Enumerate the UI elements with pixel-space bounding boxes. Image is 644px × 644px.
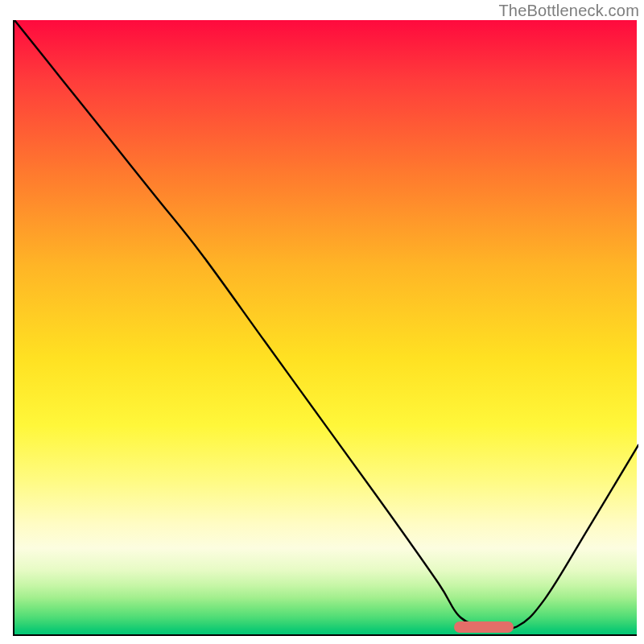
plot-area	[13, 20, 637, 636]
optimal-range-marker	[454, 621, 514, 633]
watermark-text: TheBottleneck.com	[498, 2, 639, 20]
bottleneck-curve	[14, 20, 638, 630]
chart-container: TheBottleneck.com	[0, 0, 644, 644]
curve-svg	[14, 20, 638, 636]
